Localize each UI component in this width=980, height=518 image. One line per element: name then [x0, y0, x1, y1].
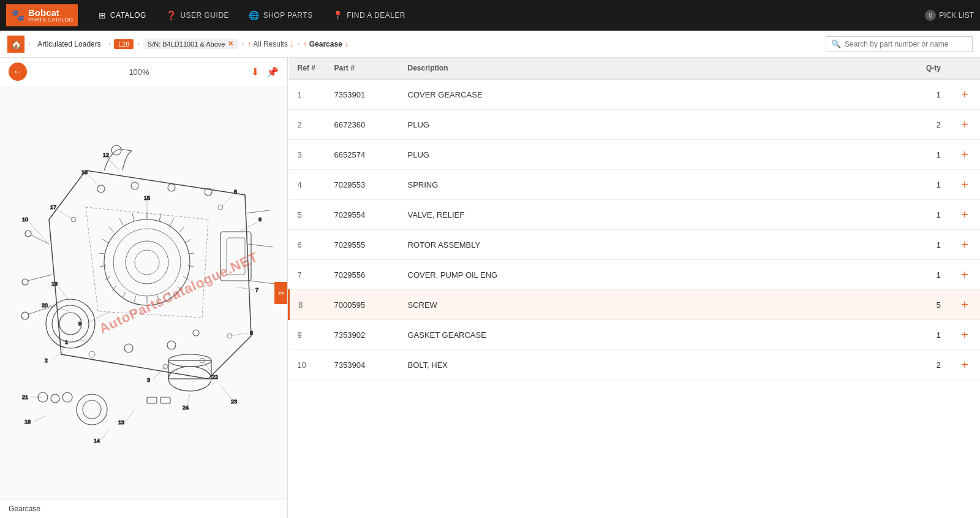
results-up-arrow[interactable]: ↑: [247, 39, 252, 48]
back-button[interactable]: ←: [9, 63, 27, 81]
cell-part[interactable]: 7353901: [326, 79, 399, 110]
search-box[interactable]: 🔍: [826, 36, 973, 51]
cell-description: VALVE, RELIEF: [399, 200, 901, 230]
table-row: 2 6672360 PLUG 2 +: [289, 110, 981, 140]
svg-point-8: [131, 182, 138, 189]
cell-description: SPRING: [399, 170, 901, 200]
breadcrumb-close-btn[interactable]: ✕: [228, 40, 233, 48]
cell-part[interactable]: 7353904: [326, 350, 399, 380]
svg-line-54: [107, 158, 119, 170]
parts-table: Ref # Part # Description Q-ty 1 7353901 …: [288, 58, 980, 380]
svg-line-78: [89, 175, 101, 189]
cell-part[interactable]: 7353902: [326, 320, 399, 350]
add-to-cart-button[interactable]: +: [961, 148, 968, 161]
pin-icon[interactable]: 📌: [266, 66, 279, 78]
svg-text:1: 1: [65, 339, 68, 345]
pick-list[interactable]: 0 PICK LIST: [925, 10, 974, 21]
table-row: 3 6652574 PLUG 1 +: [289, 140, 981, 170]
breadcrumb-model[interactable]: L28: [114, 39, 134, 49]
nav-catalog-label: CATALOG: [110, 11, 146, 20]
main-layout: ← 100% ⬇ 📌: [0, 58, 980, 518]
cell-qty: 2: [900, 110, 949, 140]
cell-action[interactable]: +: [949, 110, 980, 140]
svg-text:10: 10: [22, 216, 28, 223]
table-row: 4 7029553 SPRING 1 +: [289, 170, 981, 200]
download-icon[interactable]: ⬇: [251, 66, 259, 78]
expand-panel-button[interactable]: ⇔: [274, 282, 287, 304]
cell-action[interactable]: +: [949, 170, 980, 200]
cell-qty: 2: [900, 350, 949, 380]
add-to-cart-button[interactable]: +: [961, 178, 968, 191]
svg-line-76: [230, 333, 248, 336]
svg-text:15: 15: [144, 195, 150, 201]
sep5: ›: [297, 40, 299, 47]
search-input[interactable]: [845, 40, 967, 48]
nav-find-dealer-label: FIND A DEALER: [347, 11, 405, 20]
svg-point-21: [21, 312, 29, 319]
brand-logo[interactable]: 🐾 Bobcat PARTS CATALOG: [6, 4, 78, 26]
nav-user-guide[interactable]: ❓ USER GUIDE: [157, 7, 238, 24]
nav-catalog[interactable]: ⊞ CATALOG: [90, 7, 155, 24]
svg-point-102: [51, 394, 59, 403]
cell-action[interactable]: +: [949, 350, 980, 380]
svg-text:8: 8: [250, 330, 253, 336]
breadcrumb-results-label[interactable]: All Results: [253, 40, 288, 48]
add-to-cart-button[interactable]: +: [961, 299, 968, 311]
cell-action[interactable]: +: [949, 230, 980, 260]
svg-line-24: [248, 244, 273, 247]
cell-part[interactable]: 7029555: [326, 230, 399, 260]
cell-description: PLUG: [399, 140, 901, 170]
svg-text:19: 19: [51, 281, 58, 287]
svg-text:14: 14: [94, 438, 100, 444]
cell-part[interactable]: 7029553: [326, 170, 399, 200]
breadcrumb-serial: S/N: B4LD11001 & Above ✕: [143, 39, 238, 49]
breadcrumb-category[interactable]: Articulated Loaders: [34, 39, 104, 50]
left-panel: ← 100% ⬇ 📌: [0, 58, 288, 518]
brand-logo-area: 🐾 Bobcat PARTS CATALOG: [6, 4, 78, 26]
cell-part[interactable]: 7000595: [326, 290, 399, 320]
cell-action[interactable]: +: [949, 200, 980, 230]
svg-point-3: [135, 250, 159, 275]
nav-find-dealer[interactable]: 📍 FIND A DEALER: [324, 7, 414, 24]
svg-line-82: [221, 195, 233, 207]
add-to-cart-button[interactable]: +: [961, 359, 968, 371]
cell-part[interactable]: 7029556: [326, 260, 399, 290]
nav-user-guide-label: USER GUIDE: [180, 11, 229, 20]
add-to-cart-button[interactable]: +: [961, 208, 968, 221]
cell-part[interactable]: 7029554: [326, 200, 399, 230]
cell-part[interactable]: 6672360: [326, 110, 399, 140]
table-row: 1 7353901 COVER GEARCASE 1 +: [289, 79, 981, 110]
nav-shop-parts-label: SHOP PARTS: [263, 11, 313, 20]
svg-line-64: [74, 339, 92, 342]
breadcrumb-bar: 🏠 › Articulated Loaders › L28 › S/N: B4L…: [0, 31, 980, 58]
cell-action[interactable]: +: [949, 290, 980, 320]
cell-ref: 10: [289, 350, 326, 380]
add-to-cart-button[interactable]: +: [961, 238, 968, 251]
add-to-cart-button[interactable]: +: [961, 118, 968, 131]
cell-action[interactable]: +: [949, 320, 980, 350]
svg-text:6: 6: [258, 216, 262, 223]
cell-action[interactable]: +: [949, 140, 980, 170]
home-button[interactable]: 🏠: [7, 36, 24, 53]
add-to-cart-button[interactable]: +: [961, 269, 968, 281]
diagram-caption: Gearcase: [0, 499, 287, 518]
cell-part[interactable]: 6652574: [326, 140, 399, 170]
current-up-arrow[interactable]: ↑: [303, 40, 307, 48]
results-down-arrow[interactable]: ↓: [290, 39, 294, 48]
cell-description: ROTOR ASSEMBLY: [399, 230, 901, 260]
current-down-arrow[interactable]: ↓: [345, 40, 349, 48]
find-dealer-icon: 📍: [333, 10, 344, 20]
cell-action[interactable]: +: [949, 260, 980, 290]
bobcat-mascot-icon: 🐾: [11, 9, 24, 22]
diagram-caption-text: Gearcase: [9, 505, 40, 513]
add-to-cart-button[interactable]: +: [961, 88, 968, 101]
pick-list-count: 0: [925, 10, 936, 21]
cell-action[interactable]: +: [949, 79, 980, 110]
svg-line-25: [250, 281, 274, 284]
add-to-cart-button[interactable]: +: [961, 329, 968, 341]
svg-line-46: [119, 218, 123, 225]
pick-list-label: PICK LIST: [939, 11, 974, 20]
nav-shop-parts[interactable]: 🌐 SHOP PARTS: [240, 7, 322, 24]
col-header-action: [949, 58, 980, 79]
svg-line-58: [86, 311, 110, 324]
